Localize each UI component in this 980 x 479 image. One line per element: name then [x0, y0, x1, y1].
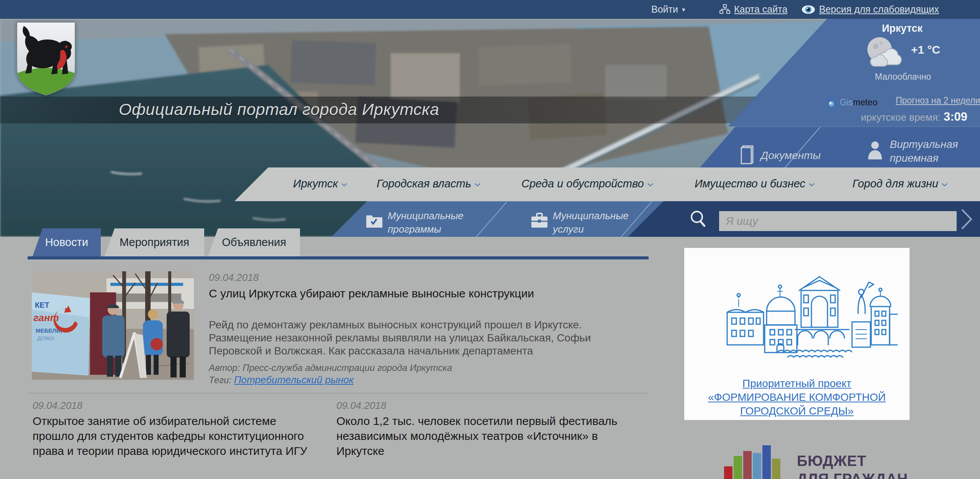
news-divider	[28, 393, 649, 394]
header-buttons-row: Документы Виртуальная приемная	[700, 126, 980, 167]
nav-item-property-business[interactable]: Имущество и бизнес	[695, 177, 814, 190]
topbar: Войти▾ Карта сайта Версия для слабовидящ…	[0, 0, 980, 19]
page: Войти▾ Карта сайта Версия для слабовидящ…	[0, 0, 980, 479]
tab-underline	[28, 256, 649, 259]
priority-project-card[interactable]: Приоритетный проект «ФОРМИРОВАНИЕ КОМФОР…	[684, 248, 910, 420]
login-button[interactable]: Войти▾	[651, 4, 685, 15]
folder-check-icon	[365, 212, 383, 230]
photo-text: КЕТ	[35, 301, 49, 309]
news-item-date: 09.04.2018	[33, 400, 82, 412]
water-drop-icon	[827, 95, 837, 111]
author-label: Автор:	[209, 363, 240, 373]
chevron-down-icon	[942, 183, 947, 187]
virtual-reception-button[interactable]: Виртуальная приемная	[867, 138, 966, 165]
local-time-label: иркутское время:	[861, 112, 941, 123]
accessibility-label: Версия для слабовидящих	[819, 4, 939, 15]
chevron-down-icon	[341, 183, 347, 187]
tag-link[interactable]: Потребительский рынок	[234, 374, 354, 385]
nav-item-irkutsk[interactable]: Иркутск	[293, 177, 347, 190]
featured-title[interactable]: С улиц Иркутска убирают рекламные выносн…	[209, 286, 646, 301]
login-label: Войти	[651, 4, 678, 15]
accessibility-link[interactable]: Версия для слабовидящих	[801, 4, 939, 16]
tab-events[interactable]: Мероприятия	[105, 228, 204, 256]
sitemap-link[interactable]: Карта сайта	[719, 4, 787, 16]
nav-label: Среда и обустройство	[521, 177, 644, 190]
header-banner: Официальный портал города Иркутска	[0, 19, 980, 237]
budget-bars	[724, 445, 780, 479]
search-band	[628, 201, 980, 237]
municipal-programs-label: Муниципальные программы	[388, 209, 468, 236]
featured-author: Автор: Пресс-служба администрации города…	[209, 363, 452, 373]
documents-label: Документы	[760, 149, 821, 162]
featured-date: 09.04.2018	[209, 272, 259, 284]
news-item-title[interactable]: Открытое занятие об избирательной систем…	[33, 413, 312, 458]
gismeteo-meteo: meteo	[853, 97, 878, 107]
sitemap-icon	[719, 4, 730, 16]
documents-button[interactable]: Документы	[741, 145, 821, 166]
nav-label: Город для жизни	[852, 177, 938, 190]
weather-condition: Малооблачно	[870, 72, 936, 82]
nav-item-city-government[interactable]: Городская власть	[377, 177, 480, 190]
chevron-down-icon	[647, 183, 653, 187]
budget-line1: БЮДЖЕТ	[797, 452, 908, 470]
budget-for-citizens-banner[interactable]: БЮДЖЕТ ДЛЯ ГРАЖДАН	[724, 445, 939, 479]
budget-line2: ДЛЯ ГРАЖДАН	[797, 470, 908, 479]
search-input[interactable]	[719, 211, 957, 231]
featured-tags: Теги: Потребительский рынок	[209, 374, 354, 386]
tab-label: Объявления	[222, 236, 286, 248]
budget-bar	[743, 451, 752, 479]
featured-article-photo[interactable]: КЕТ гант МЕБЕЛЬ, ДОМА	[32, 271, 194, 380]
photo-text: ДОМА	[37, 335, 55, 341]
municipal-services-label: Муниципальные услуги	[553, 209, 633, 236]
cloudy-moon-icon	[864, 35, 906, 72]
chevron-down-icon: ▾	[682, 6, 685, 14]
main-nav: Иркутск Городская власть Среда и обустро…	[234, 167, 980, 201]
local-time-value: 3:09	[944, 110, 967, 123]
forecast-link[interactable]: Прогноз на 2 недели	[896, 95, 980, 106]
local-time: иркутское время:3:09	[861, 110, 967, 124]
tab-label: Мероприятия	[120, 236, 189, 248]
nav-label: Имущество и бизнес	[695, 177, 805, 190]
irkutsk-coat-of-arms-icon[interactable]	[15, 20, 77, 97]
person-icon	[867, 140, 883, 162]
subnav-divider	[471, 202, 507, 237]
budget-bar	[772, 459, 780, 479]
city-line-art-illustration	[723, 268, 898, 361]
budget-bar	[762, 445, 771, 479]
news-item-title[interactable]: Около 1,2 тыс. человек посетили первый ф…	[336, 413, 643, 458]
search-submit-chevron-icon[interactable]	[960, 208, 973, 232]
tab-news[interactable]: Новости	[33, 228, 101, 256]
briefcase-icon	[531, 212, 548, 230]
site-title: Официальный портал города Иркутска	[119, 100, 439, 119]
photo-text: гант	[33, 312, 59, 323]
nav-label: Иркутск	[293, 177, 338, 190]
gismeteo-logo[interactable]: Gismeteo	[827, 95, 877, 111]
nav-item-environment[interactable]: Среда и обустройство	[521, 177, 653, 190]
tab-announcements[interactable]: Объявления	[208, 228, 300, 256]
budget-bar	[734, 456, 742, 479]
search-icon	[689, 210, 707, 230]
featured-excerpt: Рейд по демонтажу рекламных выносных кон…	[209, 318, 646, 358]
eye-icon	[801, 5, 815, 16]
priority-project-link[interactable]: Приоритетный проект «ФОРМИРОВАНИЕ КОМФОР…	[705, 377, 889, 418]
gismeteo-gis: Gis	[840, 97, 853, 107]
budget-bar	[724, 466, 733, 479]
news-item-date: 09.04.2018	[336, 400, 386, 412]
photo-text: МЕБЕЛЬ,	[36, 327, 62, 334]
chevron-down-icon	[809, 183, 814, 187]
nav-item-city-for-life[interactable]: Город для жизни	[852, 177, 947, 190]
tab-label: Новости	[45, 236, 88, 248]
nav-label: Городская власть	[377, 177, 471, 190]
tags-label: Теги:	[209, 375, 231, 385]
budget-bar	[753, 453, 761, 479]
budget-text: БЮДЖЕТ ДЛЯ ГРАЖДАН	[797, 452, 908, 479]
document-icon	[741, 145, 754, 166]
weather-temperature: +1 °C	[911, 43, 940, 56]
weather-city: Иркутск	[873, 23, 931, 34]
author-value: Пресс-служба администрации города Иркутс…	[243, 363, 452, 373]
chevron-down-icon	[475, 183, 480, 187]
sitemap-label: Карта сайта	[734, 4, 787, 15]
virtual-reception-label: Виртуальная приемная	[890, 138, 966, 165]
